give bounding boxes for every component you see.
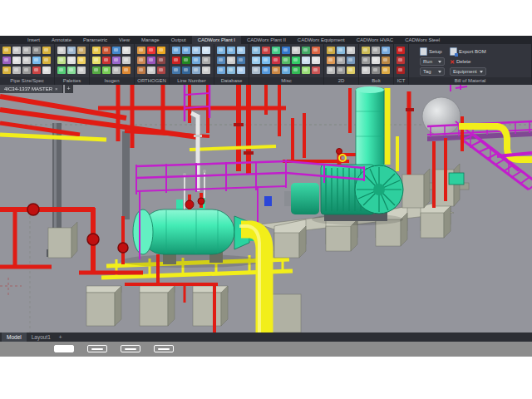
ribbon-icon[interactable] bbox=[397, 57, 405, 64]
close-icon[interactable]: × bbox=[55, 86, 58, 91]
ribbon-icon[interactable] bbox=[302, 66, 310, 74]
ribbon-icon[interactable] bbox=[372, 57, 380, 64]
ribbon-tab-cadworx-plant-ii[interactable]: CADWorx Plant II bbox=[241, 36, 292, 44]
ribbon-icon[interactable] bbox=[57, 57, 66, 64]
ribbon-tab-view[interactable]: View bbox=[113, 36, 135, 44]
tag-dropdown[interactable]: Tag bbox=[420, 67, 445, 76]
new-drawing-tab-button[interactable]: + bbox=[65, 85, 73, 93]
ribbon-icon[interactable] bbox=[362, 66, 370, 74]
ribbon-icon[interactable] bbox=[362, 57, 370, 64]
ribbon-tab-cadworx-hvac[interactable]: CADWorx HVAC bbox=[351, 36, 399, 44]
ribbon-icon[interactable] bbox=[112, 66, 121, 74]
ribbon-icon[interactable] bbox=[252, 57, 260, 64]
ribbon-icon[interactable] bbox=[32, 66, 41, 74]
ribbon-icon[interactable] bbox=[42, 47, 51, 54]
ribbon-icon[interactable] bbox=[337, 57, 345, 64]
ribbon-icon[interactable] bbox=[272, 66, 280, 74]
ribbon-icon[interactable] bbox=[147, 57, 155, 64]
ribbon-icon[interactable] bbox=[22, 66, 31, 74]
new-layout-button[interactable]: + bbox=[56, 332, 66, 342]
ribbon-icon[interactable] bbox=[312, 47, 320, 54]
ribbon-icon[interactable] bbox=[382, 57, 390, 64]
ribbon-icon[interactable] bbox=[57, 66, 66, 74]
ribbon-icon[interactable] bbox=[347, 47, 355, 54]
ribbon-icon[interactable] bbox=[347, 57, 355, 64]
ribbon-icon[interactable] bbox=[92, 47, 101, 54]
ribbon-icon[interactable] bbox=[2, 57, 11, 64]
ribbon-icon[interactable] bbox=[172, 47, 180, 54]
ribbon-icon[interactable] bbox=[282, 66, 290, 74]
ribbon-icon[interactable] bbox=[262, 57, 270, 64]
ribbon-icon[interactable] bbox=[12, 66, 21, 74]
ribbon-icon[interactable] bbox=[312, 57, 320, 64]
ribbon-icon[interactable] bbox=[217, 47, 225, 54]
ribbon-icon[interactable] bbox=[182, 47, 190, 54]
ribbon-icon[interactable] bbox=[397, 47, 405, 54]
ribbon-icon[interactable] bbox=[157, 66, 165, 74]
carousel-indicator[interactable] bbox=[54, 345, 74, 352]
ribbon-icon[interactable] bbox=[292, 57, 300, 64]
ribbon-icon[interactable] bbox=[157, 57, 165, 64]
ribbon-icon[interactable] bbox=[67, 57, 76, 64]
ribbon-icon[interactable] bbox=[102, 57, 111, 64]
ribbon-icon[interactable] bbox=[122, 66, 131, 74]
ribbon-icon[interactable] bbox=[302, 57, 310, 64]
ribbon-icon[interactable] bbox=[67, 47, 76, 54]
ribbon-icon[interactable] bbox=[42, 57, 51, 64]
ribbon-icon[interactable] bbox=[32, 57, 41, 64]
ribbon-icon[interactable] bbox=[327, 66, 335, 74]
ribbon-icon[interactable] bbox=[252, 66, 260, 74]
viewport-canvas[interactable]: 4IC34-1337 MASTER × + bbox=[0, 85, 532, 332]
ribbon-icon[interactable] bbox=[77, 66, 86, 74]
ribbon-icon[interactable] bbox=[147, 66, 155, 74]
layout1-tab[interactable]: Layout1 bbox=[27, 332, 56, 342]
ribbon-icon[interactable] bbox=[202, 57, 210, 64]
ribbon-icon[interactable] bbox=[22, 57, 31, 64]
ribbon-icon[interactable] bbox=[157, 47, 165, 54]
ribbon-tab-manage[interactable]: Manage bbox=[135, 36, 165, 44]
ribbon-icon[interactable] bbox=[137, 57, 145, 64]
ribbon-icon[interactable] bbox=[372, 66, 380, 74]
ribbon-icon[interactable] bbox=[112, 47, 121, 54]
ribbon-icon[interactable] bbox=[382, 47, 390, 54]
ribbon-icon[interactable] bbox=[217, 57, 225, 64]
ribbon-icon[interactable] bbox=[217, 66, 225, 74]
ribbon-tab-cadworx-plant-i[interactable]: CADWorx Plant I bbox=[192, 36, 241, 44]
ribbon-icon[interactable] bbox=[202, 47, 210, 54]
delete-button[interactable]: ✕ Delete bbox=[450, 57, 486, 66]
ribbon-icon[interactable] bbox=[92, 57, 101, 64]
drawing-tab[interactable]: 4IC34-1337 MASTER × bbox=[0, 85, 63, 93]
export-bom-button[interactable]: Export BOM bbox=[450, 47, 486, 56]
ribbon-icon[interactable] bbox=[12, 47, 21, 54]
ribbon-icon[interactable] bbox=[172, 57, 180, 64]
ribbon-tab-output[interactable]: Output bbox=[165, 36, 192, 44]
model-tab[interactable]: Model bbox=[2, 332, 27, 342]
ribbon-icon[interactable] bbox=[227, 47, 235, 54]
ribbon-icon[interactable] bbox=[327, 57, 335, 64]
ribbon-icon[interactable] bbox=[282, 47, 290, 54]
cyan-column[interactable] bbox=[354, 86, 386, 169]
ribbon-icon[interactable] bbox=[372, 47, 380, 54]
ribbon-icon[interactable] bbox=[137, 47, 145, 54]
ribbon-icon[interactable] bbox=[337, 66, 345, 74]
ribbon-icon[interactable] bbox=[237, 57, 245, 64]
ribbon-icon[interactable] bbox=[92, 66, 101, 74]
ribbon-icon[interactable] bbox=[272, 57, 280, 64]
ribbon-icon[interactable] bbox=[362, 47, 370, 54]
ribbon-icon[interactable] bbox=[102, 47, 111, 54]
ribbon-icon[interactable] bbox=[192, 57, 200, 64]
ribbon-icon[interactable] bbox=[102, 66, 111, 74]
ribbon-icon[interactable] bbox=[122, 57, 131, 64]
ribbon-tab-parametric[interactable]: Parametric bbox=[77, 36, 113, 44]
ribbon-tab-insert[interactable]: Insert bbox=[22, 36, 46, 44]
ribbon-icon[interactable] bbox=[227, 57, 235, 64]
ribbon-icon[interactable] bbox=[172, 66, 180, 74]
ribbon-icon[interactable] bbox=[182, 66, 190, 74]
ribbon-icon[interactable] bbox=[382, 66, 390, 74]
ribbon-icon[interactable] bbox=[192, 47, 200, 54]
ribbon-icon[interactable] bbox=[2, 47, 11, 54]
ribbon-icon[interactable] bbox=[262, 66, 270, 74]
carousel-indicator[interactable] bbox=[87, 345, 107, 352]
ribbon-icon[interactable] bbox=[262, 47, 270, 54]
ribbon-icon[interactable] bbox=[292, 47, 300, 54]
